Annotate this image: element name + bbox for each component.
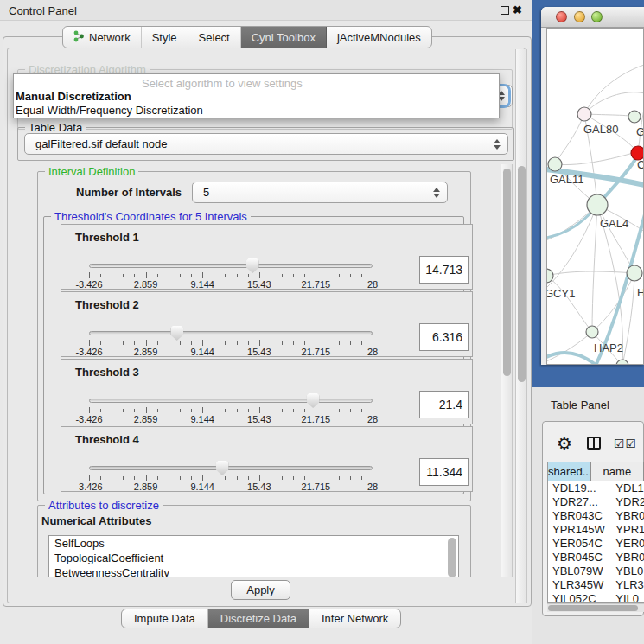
algorithm-option[interactable]: Manual Discretization xyxy=(16,90,131,103)
network-edge[interactable] xyxy=(584,65,644,114)
network-node-green[interactable] xyxy=(627,265,642,281)
network-edge[interactable] xyxy=(555,114,584,164)
table-row[interactable]: YBR043CYBR0 xyxy=(548,509,644,523)
tab-cyni-toolbox[interactable]: Cyni Toolbox xyxy=(241,27,327,48)
network-node-green[interactable] xyxy=(548,157,562,171)
tab-select[interactable]: Select xyxy=(188,27,241,48)
cell-shared-name[interactable]: YBR043C xyxy=(548,509,610,523)
number-of-intervals-combobox[interactable]: 5 xyxy=(192,182,448,203)
outer-vertical-scrollbar[interactable] xyxy=(515,49,527,603)
cell-name[interactable]: YPR1 xyxy=(610,523,644,537)
slider-track[interactable] xyxy=(89,264,373,268)
threshold-value-field[interactable]: 21.4 xyxy=(419,391,469,418)
cell-shared-name[interactable]: YLR345W xyxy=(548,578,610,592)
attribute-list-item[interactable]: BetweennessCentrality xyxy=(49,565,458,577)
slider-track[interactable] xyxy=(89,466,373,470)
table-panel-title: Table Panel xyxy=(551,399,609,411)
threshold-slider[interactable]: -3.4262.8599.14415.4321.71528 xyxy=(89,462,373,491)
list-scrollbar[interactable] xyxy=(448,538,456,577)
combo-stepper-icon[interactable] xyxy=(490,139,504,150)
inner-vertical-scrollbar[interactable] xyxy=(501,164,513,577)
cell-shared-name[interactable]: YDL19... xyxy=(548,481,610,495)
network-edge[interactable] xyxy=(592,205,597,332)
tab-network[interactable]: Network xyxy=(63,27,142,48)
combo-stepper-icon[interactable] xyxy=(430,188,443,198)
tab-jactivemnodules[interactable]: jActiveMNodules xyxy=(327,27,431,48)
threshold-slider[interactable]: -3.4262.8599.14415.4321.71528 xyxy=(89,327,373,356)
algorithm-option[interactable]: Equal Width/Frequency Discretization xyxy=(16,104,203,117)
tab-style[interactable]: Style xyxy=(142,27,188,48)
cell-name[interactable]: YER0 xyxy=(610,537,644,551)
network-node-label: C xyxy=(637,158,644,171)
slider-track[interactable] xyxy=(89,331,373,335)
network-window-titlebar[interactable] xyxy=(541,7,644,28)
threshold-slider[interactable]: -3.4262.8599.14415.4321.71528 xyxy=(89,394,373,424)
network-node-pink[interactable] xyxy=(577,107,591,121)
table-data-combobox[interactable]: galFiltered.sif default node xyxy=(24,133,508,155)
cell-shared-name[interactable]: YER054C xyxy=(548,537,610,551)
cell-name[interactable]: YIL0 xyxy=(610,592,644,603)
cell-name[interactable]: YBR0 xyxy=(610,551,644,564)
cell-name[interactable]: YLR3 xyxy=(610,578,644,592)
mode-tab-infer-network[interactable]: Infer Network xyxy=(309,609,400,628)
cell-shared-name[interactable]: YDR27... xyxy=(548,495,610,509)
table-horizontal-scrollbar[interactable] xyxy=(547,603,644,612)
apply-button[interactable]: Apply xyxy=(231,580,290,600)
float-window-icon[interactable] xyxy=(501,6,509,15)
slider-handle[interactable] xyxy=(216,461,229,475)
numerical-attributes-list[interactable]: SelfLoopsTopologicalCoefficientBetweenne… xyxy=(48,535,459,577)
network-edge[interactable] xyxy=(597,205,634,273)
attribute-list-item[interactable]: TopologicalCoefficient xyxy=(49,551,458,565)
scrollbar-thumb[interactable] xyxy=(548,605,638,611)
table-row[interactable]: YLR345WYLR3 xyxy=(548,578,644,592)
checkbox-icons[interactable]: ☑☑ xyxy=(614,437,637,450)
network-canvas[interactable]: GAL80GACGAL11GAL4GCY1HAHAP2 xyxy=(546,28,644,365)
network-node-green[interactable] xyxy=(587,194,608,215)
gear-icon[interactable]: ⚙ xyxy=(557,433,572,454)
cell-name[interactable]: YDL1 xyxy=(610,481,644,495)
table-row[interactable]: YDR27...YDR2 xyxy=(548,495,644,509)
slider-track[interactable] xyxy=(89,399,373,403)
threshold-slider[interactable]: -3.4262.8599.14415.4321.71528 xyxy=(89,259,373,289)
table-row[interactable]: YER054CYER0 xyxy=(548,537,644,551)
threshold-value-field[interactable]: 6.316 xyxy=(419,323,469,351)
column-header-name[interactable]: name xyxy=(591,462,644,481)
network-edge[interactable] xyxy=(584,114,634,117)
table-row[interactable]: YDL19...YDL1 xyxy=(548,481,644,495)
network-edge[interactable] xyxy=(547,205,597,288)
column-header-shared-name[interactable]: shared... xyxy=(548,462,591,481)
minimize-traffic-light-icon[interactable] xyxy=(574,11,585,22)
cell-name[interactable]: YBL0 xyxy=(610,564,644,578)
cell-name[interactable]: YBR0 xyxy=(610,509,644,523)
table-row[interactable]: YBL079WYBL0 xyxy=(548,564,644,578)
threshold-value-field[interactable]: 14.713 xyxy=(419,256,469,284)
cell-shared-name[interactable]: YBL079W xyxy=(548,564,610,578)
table-row[interactable]: YPR145WYPR1 xyxy=(548,523,644,537)
cell-shared-name[interactable]: YPR145W xyxy=(548,523,610,537)
scrollbar-thumb[interactable] xyxy=(503,169,511,376)
network-node-green[interactable] xyxy=(628,111,641,123)
threshold-value-field[interactable]: 11.344 xyxy=(419,458,469,486)
node-table[interactable]: shared... name YDL19...YDL1YDR27...YDR2Y… xyxy=(547,462,644,603)
cell-name[interactable]: YDR2 xyxy=(610,495,644,509)
mode-tab-discretize-data[interactable]: Discretize Data xyxy=(208,609,309,628)
close-traffic-light-icon[interactable] xyxy=(556,11,567,22)
slider-handle[interactable] xyxy=(246,258,259,273)
scrollbar-thumb[interactable] xyxy=(518,166,526,382)
table-row[interactable]: YBR045CYBR0 xyxy=(548,551,644,564)
table-row[interactable]: YIL052CYIL0 xyxy=(548,592,644,603)
slider-handle[interactable] xyxy=(170,326,183,341)
cell-shared-name[interactable]: YBR045C xyxy=(548,551,610,564)
cell-shared-name[interactable]: YIL052C xyxy=(548,592,610,603)
mode-tab-impute-data[interactable]: Impute Data xyxy=(122,609,208,628)
slider-handle[interactable] xyxy=(307,393,320,408)
split-view-icon[interactable] xyxy=(587,437,601,450)
slider-scale-labels: -3.4262.8599.14415.4321.71528 xyxy=(89,347,373,356)
attribute-list-item[interactable]: SelfLoops xyxy=(49,536,458,551)
network-edge[interactable] xyxy=(547,276,592,332)
network-edge-highlight[interactable] xyxy=(547,353,599,365)
close-icon[interactable]: ✖ xyxy=(513,3,522,16)
slider-ticks xyxy=(89,340,373,347)
network-node-green[interactable] xyxy=(586,326,598,338)
zoom-traffic-light-icon[interactable] xyxy=(591,11,603,22)
